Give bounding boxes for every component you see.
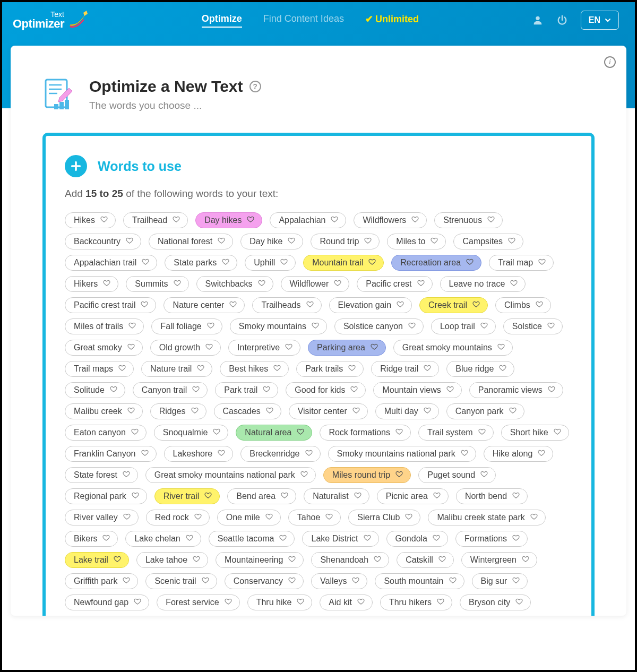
heart-icon[interactable]	[103, 279, 110, 289]
word-pill[interactable]: Summits	[126, 276, 188, 292]
heart-icon[interactable]	[100, 216, 108, 225]
word-pill[interactable]: Appalachian trail	[65, 255, 157, 271]
word-pill[interactable]: Panoramic views	[469, 382, 563, 398]
heart-icon[interactable]	[352, 407, 360, 416]
word-pill[interactable]: Snoqualmie	[154, 425, 229, 441]
heart-icon[interactable]	[131, 428, 139, 437]
heart-icon[interactable]	[192, 385, 200, 395]
heart-icon[interactable]	[334, 279, 341, 289]
heart-icon[interactable]	[536, 300, 543, 310]
heart-icon[interactable]	[364, 237, 372, 246]
word-pill[interactable]: South mountain	[375, 573, 464, 589]
heart-icon[interactable]	[497, 343, 505, 352]
word-pill[interactable]: Trail map	[489, 255, 554, 271]
heart-icon[interactable]	[142, 258, 149, 268]
heart-icon[interactable]	[312, 322, 319, 331]
word-pill[interactable]: Fall foliage	[151, 318, 222, 334]
word-pill[interactable]: Trail maps	[65, 361, 134, 377]
word-pill[interactable]: Picnic area	[377, 488, 449, 504]
heart-icon[interactable]	[408, 322, 416, 331]
heart-icon[interactable]	[424, 407, 431, 416]
word-pill[interactable]: Multi day	[375, 403, 439, 419]
heart-icon[interactable]	[132, 492, 139, 501]
word-pill[interactable]: Miles of trails	[65, 318, 144, 334]
word-pill[interactable]: Thru hike	[247, 595, 313, 610]
heart-icon[interactable]	[374, 555, 381, 565]
word-pill[interactable]: Best hikes	[220, 361, 289, 377]
word-pill[interactable]: Switchbacks	[196, 276, 273, 292]
word-pill[interactable]: Eaton canyon	[65, 425, 147, 441]
heart-icon[interactable]	[114, 555, 121, 565]
word-pill[interactable]: Naturalist	[304, 488, 369, 504]
word-pill[interactable]: Smoky mountains	[230, 318, 327, 334]
heart-icon[interactable]	[508, 237, 515, 246]
heart-icon[interactable]	[357, 598, 365, 607]
heart-icon[interactable]	[247, 216, 254, 225]
word-pill[interactable]: Campsites	[453, 234, 523, 249]
word-pill[interactable]: Breckenridge	[240, 446, 320, 462]
word-pill[interactable]: Bryson city	[460, 595, 531, 610]
language-select[interactable]: EN	[581, 11, 619, 30]
word-pill[interactable]: Gondola	[386, 531, 449, 547]
word-pill[interactable]: Uphill	[245, 255, 296, 271]
heart-icon[interactable]	[478, 428, 486, 437]
word-pill[interactable]: Sierra Club	[348, 510, 420, 525]
word-pill[interactable]: Trailheads	[252, 297, 321, 313]
heart-icon[interactable]	[266, 407, 273, 416]
nav-find-ideas[interactable]: Find Content Ideas	[263, 13, 344, 28]
word-pill[interactable]: Visitor center	[289, 403, 368, 419]
heart-icon[interactable]	[191, 407, 199, 416]
word-pill[interactable]: Mountain trail	[303, 255, 384, 271]
word-pill[interactable]: Conservancy	[225, 573, 304, 589]
heart-icon[interactable]	[222, 258, 229, 268]
heart-icon[interactable]	[123, 576, 130, 586]
word-pill[interactable]: Elevation gain	[329, 297, 412, 313]
word-pill[interactable]: Pacific crest	[357, 276, 432, 292]
word-pill[interactable]: Lake trail	[65, 552, 129, 568]
word-pill[interactable]: Creek trail	[419, 297, 488, 313]
word-pill[interactable]: Good for kids	[286, 382, 366, 398]
word-pill[interactable]: Catskill	[397, 552, 454, 568]
word-pill[interactable]: North bend	[456, 488, 528, 504]
heart-icon[interactable]	[297, 428, 304, 437]
heart-icon[interactable]	[364, 534, 371, 544]
heart-icon[interactable]	[397, 300, 404, 310]
heart-icon[interactable]	[213, 428, 220, 437]
word-pill[interactable]: Natural area	[236, 425, 312, 441]
word-pill[interactable]: Short hike	[501, 425, 569, 441]
word-pill[interactable]: Leave no trace	[440, 276, 526, 292]
heart-icon[interactable]	[225, 598, 232, 607]
power-icon[interactable]	[556, 14, 568, 26]
heart-icon[interactable]	[446, 385, 454, 395]
word-pill[interactable]: Miles round trip	[323, 467, 411, 483]
user-icon[interactable]	[532, 14, 544, 26]
heart-icon[interactable]	[395, 470, 403, 480]
word-pill[interactable]: Big sur	[472, 573, 528, 589]
heart-icon[interactable]	[522, 555, 529, 565]
word-pill[interactable]: Regional park	[65, 488, 147, 504]
word-pill[interactable]: Lakeshore	[164, 446, 234, 462]
word-pill[interactable]: Smoky mountains national park	[328, 446, 476, 462]
heart-icon[interactable]	[433, 492, 441, 501]
heart-icon[interactable]	[331, 216, 338, 225]
word-pill[interactable]: Appalachian	[270, 212, 346, 228]
word-pill[interactable]: Aid kit	[320, 595, 373, 610]
heart-icon[interactable]	[123, 470, 130, 480]
word-pill[interactable]: Mountaineering	[216, 552, 304, 568]
heart-icon[interactable]	[229, 300, 237, 310]
word-pill[interactable]: Red rock	[146, 510, 210, 525]
heart-icon[interactable]	[354, 492, 361, 501]
word-pill[interactable]: National forest	[149, 234, 233, 249]
word-pill[interactable]: Ridge trail	[371, 361, 439, 377]
heart-icon[interactable]	[480, 470, 488, 480]
word-pill[interactable]: Canyon trail	[133, 382, 208, 398]
heart-icon[interactable]	[279, 534, 287, 544]
heart-icon[interactable]	[197, 364, 204, 374]
word-pill[interactable]: Thru hikers	[380, 595, 452, 610]
heart-icon[interactable]	[102, 534, 110, 544]
word-pill[interactable]: Recreation area	[391, 255, 481, 271]
word-pill[interactable]: Cascades	[214, 403, 281, 419]
heart-icon[interactable]	[118, 364, 126, 374]
heart-icon[interactable]	[141, 449, 149, 459]
heart-icon[interactable]	[273, 364, 281, 374]
